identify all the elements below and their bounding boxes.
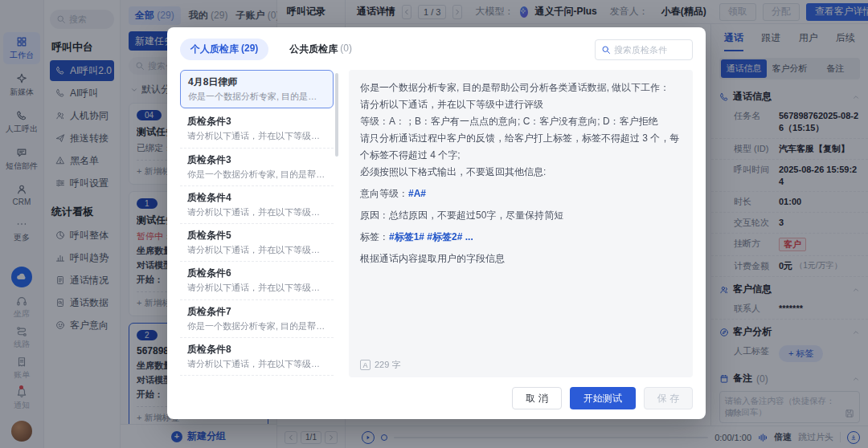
- qc-item-desc: 请分析以下通话，并在以下等级中进行评级 A：客...: [187, 206, 326, 218]
- qc-item-desc: 你是一个数据分析专家, 目的是帮助公司分析各类...: [187, 169, 326, 180]
- qc-list-item[interactable]: 质检条件5 请分析以下通话，并在以下等级中进行评级 A：客...: [180, 224, 334, 262]
- prompt-line: 根据通话内容提取用户的字段信息: [360, 250, 682, 267]
- modal-footer: 取 消 开始测试 保 存: [180, 377, 693, 409]
- qc-item-title: 质检条件6: [187, 267, 326, 279]
- qc-list-item[interactable]: 质检条件3 请分析以下通话，并在以下等级中进行评级 A：客...: [180, 110, 334, 148]
- qc-item-desc: 你是一个数据分析专家, 目的是帮助公司分析各类...: [188, 91, 326, 102]
- search-icon: [601, 45, 611, 55]
- qc-detail-panel: 你是一个数据分析专家, 目的是帮助公司分析各类通话数据, 做以下工作： 请分析以…: [349, 70, 693, 377]
- prompt-line: 请只分析通话过程中客户的反馈，给客户打上标签，标签不得超过 3 个，每个标签不得…: [360, 130, 682, 164]
- qc-list-item[interactable]: 4月8日律师 你是一个数据分析专家, 目的是帮助公司分析各类...: [180, 70, 334, 108]
- qc-list-item[interactable]: 质检条件3 你是一个数据分析专家, 目的是帮助公司分析各类...: [180, 149, 334, 186]
- qc-item-title: 质检条件5: [187, 230, 326, 242]
- qc-list-item[interactable]: 质检条件8 请分析以下通话，并在以下等级中进行评级 A：客...: [180, 338, 334, 376]
- qc-search[interactable]: [595, 39, 693, 60]
- quality-check-modal: 个人质检库(29) 公共质检库(0) 4月8日律师 你是一个数据分析专家, 目的…: [167, 27, 706, 419]
- modal-header: 个人质检库(29) 公共质检库(0): [180, 39, 693, 60]
- tab-public-library[interactable]: 公共质检库(0): [289, 43, 352, 56]
- modal-body: 4月8日律师 你是一个数据分析专家, 目的是帮助公司分析各类... 质检条件3 …: [180, 70, 693, 377]
- qc-item-title: 质检条件4: [187, 192, 326, 204]
- qc-item-title: 4月8日律师: [188, 76, 326, 88]
- prompt-line: 必须按照以下格式输出，不要返回其他信息:: [360, 164, 682, 181]
- qc-search-input[interactable]: [614, 45, 686, 55]
- qc-list-item[interactable]: 质检条件6 请分析以下通话，并在以下等级中进行评级 A：客...: [180, 262, 334, 299]
- qc-item-title: 质检条件3: [187, 154, 326, 166]
- qc-list-item[interactable]: 质检条件9 请分析以下通话，并在以下等级中进行评级 A：客...: [180, 376, 334, 377]
- prompt-line: 原因：总结原因，不要超过50字，尽量保持简短: [360, 207, 682, 224]
- prompt-line: 请分析以下通话，并在以下等级中进行评级: [360, 96, 682, 113]
- prompt-line: 意向等级：#A#: [360, 185, 682, 202]
- qc-item-desc: 你是一个数据分析专家, 目的是帮助公司分析各类...: [187, 320, 326, 332]
- qc-item-desc: 请分析以下通话，并在以下等级中进行评级 A：客...: [187, 358, 326, 369]
- word-count: A 229 字: [360, 352, 682, 371]
- qc-item-desc: 请分析以下通话，并在以下等级中进行评级 A：客...: [187, 130, 326, 141]
- qc-item-title: 质检条件3: [187, 116, 326, 128]
- qc-list-item[interactable]: 质检条件4 请分析以下通话，并在以下等级中进行评级 A：客...: [180, 186, 334, 224]
- list-scrollbar-thumb[interactable]: [335, 73, 338, 157]
- qc-list-item[interactable]: 质检条件7 你是一个数据分析专家, 目的是帮助公司分析各类...: [180, 300, 334, 338]
- prompt-line: 你是一个数据分析专家, 目的是帮助公司分析各类通话数据, 做以下工作：: [360, 79, 682, 96]
- qc-item-title: 质检条件7: [187, 306, 326, 318]
- qc-item-desc: 请分析以下通话，并在以下等级中进行评级 A：客...: [187, 244, 326, 255]
- tab-personal-library[interactable]: 个人质检库(29): [180, 39, 268, 60]
- prompt-line: 等级：A：；B：客户有一点点的意向; C：客户没有意向; D：客户拒绝: [360, 113, 682, 130]
- qc-item-desc: 请分析以下通话，并在以下等级中进行评级 A：客...: [187, 282, 326, 293]
- text-count-icon: A: [360, 360, 371, 370]
- cancel-button[interactable]: 取 消: [512, 387, 561, 409]
- save-button[interactable]: 保 存: [644, 387, 693, 409]
- qc-item-list: 4月8日律师 你是一个数据分析专家, 目的是帮助公司分析各类... 质检条件3 …: [180, 70, 339, 377]
- start-test-button[interactable]: 开始测试: [570, 387, 636, 409]
- qc-item-title: 质检条件8: [187, 344, 326, 356]
- prompt-line: 标签：#标签1# #标签2# ...: [360, 229, 682, 246]
